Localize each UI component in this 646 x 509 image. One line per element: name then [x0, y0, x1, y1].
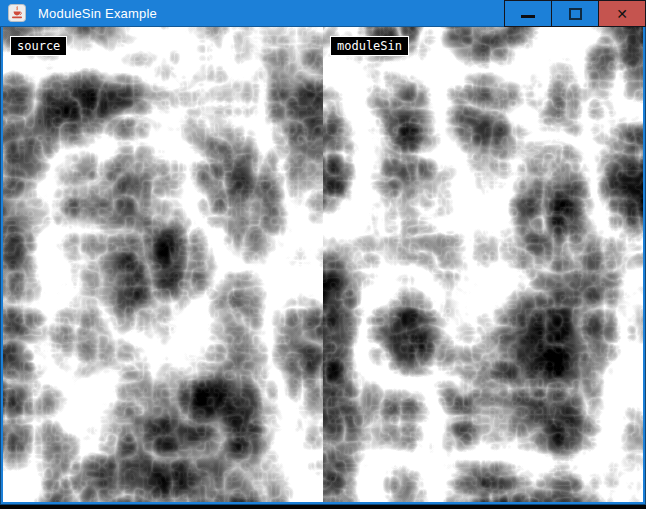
panel-source: source [3, 27, 323, 502]
modulesin-noise-canvas [323, 27, 643, 502]
content-area: source moduleSin [3, 27, 643, 502]
maximize-icon [569, 8, 582, 20]
minimize-button[interactable] [504, 0, 552, 27]
panel-modulesin: moduleSin [323, 27, 643, 502]
source-noise-canvas [3, 27, 323, 502]
close-icon: ✕ [616, 7, 628, 21]
maximize-button[interactable] [551, 0, 599, 27]
window-title: ModuleSin Example [38, 6, 157, 21]
panel-label-source: source [10, 36, 67, 56]
titlebar[interactable]: ModuleSin Example ✕ [0, 0, 646, 27]
app-window: ModuleSin Example ✕ source moduleSin [0, 0, 646, 505]
window-controls: ✕ [505, 0, 646, 27]
java-coffee-cup-icon [8, 4, 26, 22]
close-button[interactable]: ✕ [598, 0, 646, 27]
minimize-icon [521, 15, 535, 18]
panel-label-modulesin: moduleSin [330, 36, 409, 56]
